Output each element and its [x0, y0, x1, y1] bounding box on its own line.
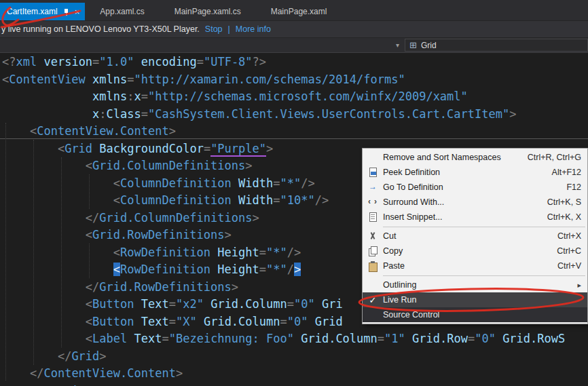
menu-item-paste[interactable]: PasteCtrl+V [363, 258, 587, 273]
member-dropdown-label: Grid [421, 41, 437, 50]
goto-icon [363, 182, 383, 192]
checkmark-icon: ✓ [363, 295, 383, 305]
context-menu: Remove and Sort NamespacesCtrl+R, Ctrl+G… [362, 148, 588, 324]
close-icon[interactable]: × [75, 7, 80, 16]
submenu-arrow-icon: ▸ [577, 281, 581, 290]
code-line[interactable]: </ContentView [0, 383, 588, 386]
code-line[interactable]: </Grid> [0, 348, 588, 366]
tab-mainpage-xaml-cs[interactable]: MainPage.xaml.cs [160, 3, 256, 20]
menu-item-label: Paste [383, 261, 557, 271]
tab-label: CartItem.xaml [7, 7, 58, 16]
menu-item-label: Peek Definition [383, 168, 552, 177]
member-dropdown[interactable]: ⊞ Grid [405, 39, 588, 52]
menu-shortcut: Ctrl+X [557, 231, 581, 241]
more-info-link[interactable]: More info [236, 24, 271, 34]
menu-item-label: Remove and Sort Namespaces [383, 153, 528, 162]
menu-shortcut: Ctrl+V [557, 261, 581, 271]
menu-shortcut: Ctrl+C [557, 246, 581, 256]
code-line[interactable]: <ContentView xmlns="http://xamarin.com/s… [0, 71, 588, 89]
pin-icon[interactable] [63, 7, 70, 16]
menu-separator [383, 227, 585, 227]
menu-shortcut: Alt+F12 [552, 168, 581, 177]
snippet-icon [363, 212, 383, 222]
code-line[interactable]: x:Class="CashSystem.Client.Views.UserCon… [0, 106, 588, 123]
code-line[interactable]: </ContentView.Content> [0, 365, 588, 383]
code-line[interactable]: <Label Text="Bezeichnung: Foo" Grid.Colu… [0, 330, 588, 348]
copy-icon [363, 246, 383, 256]
code-line[interactable]: <?xml version="1.0" encoding="UTF-8"?> [0, 54, 588, 71]
tab-label: App.xaml.cs [100, 7, 144, 16]
paste-icon [363, 261, 383, 271]
navigation-bar: ▾ ⊞ Grid [0, 38, 588, 53]
grid-element-icon: ⊞ [409, 41, 417, 50]
menu-item-source-control[interactable]: Source Control [363, 307, 587, 322]
menu-item-label: Source Control [383, 310, 581, 320]
tab-label: MainPage.xaml.cs [174, 7, 241, 16]
menu-item-peek-definition[interactable]: Peek DefinitionAlt+F12 [363, 165, 587, 180]
menu-item-copy[interactable]: CopyCtrl+C [363, 244, 587, 258]
tab-app-xaml-cs[interactable]: App.xaml.cs [85, 3, 159, 20]
menu-item-label: Live Run [383, 295, 581, 305]
code-line[interactable]: <ContentView.Content> [0, 123, 588, 140]
peek-icon [363, 168, 383, 177]
menu-item-insert-snippet[interactable]: Insert Snippet...Ctrl+K, X [363, 210, 587, 225]
title-tab-bar: CartItem.xaml × App.xaml.cs MainPage.xam… [0, 0, 588, 20]
menu-item-surround-with[interactable]: Surround With...Ctrl+K, S [363, 195, 587, 210]
info-message: y live running on LENOVO Lenovo YT3-X50L… [1, 24, 200, 34]
menu-item-live-run[interactable]: ✓Live Run [363, 292, 587, 307]
menu-shortcut: Ctrl+K, X [547, 212, 581, 222]
type-dropdown[interactable]: ▾ [0, 38, 402, 52]
menu-item-label: Surround With... [383, 197, 547, 207]
debug-info-bar: y live running on LENOVO Lenovo YT3-X50L… [0, 20, 588, 38]
menu-shortcut: F12 [566, 182, 581, 192]
menu-item-label: Outlining [383, 280, 572, 290]
menu-shortcut: Ctrl+R, Ctrl+G [528, 153, 581, 162]
surround-icon [363, 197, 383, 207]
tab-mainpage-xaml[interactable]: MainPage.xaml [256, 3, 342, 20]
stop-link[interactable]: Stop [205, 24, 223, 34]
menu-item-label: Go To Definition [383, 182, 566, 192]
menu-shortcut: Ctrl+K, S [547, 197, 581, 207]
menu-item-cut[interactable]: CutCtrl+X [363, 229, 587, 244]
menu-item-go-to-definition[interactable]: Go To DefinitionF12 [363, 180, 587, 195]
menu-item-label: Copy [383, 246, 557, 256]
menu-item-outlining[interactable]: Outlining▸ [363, 277, 587, 292]
menu-item-label: Cut [383, 231, 557, 241]
tab-cartitem-xaml[interactable]: CartItem.xaml × [0, 3, 85, 20]
tab-label: MainPage.xaml [271, 7, 327, 16]
cut-icon [363, 231, 383, 241]
menu-item-label: Insert Snippet... [383, 212, 547, 222]
link-divider: | [228, 24, 230, 34]
menu-separator [383, 275, 585, 276]
code-line[interactable]: xmlns:x="http://schemas.microsoft.com/wi… [0, 88, 588, 106]
menu-item-remove-and-sort-namespaces[interactable]: Remove and Sort NamespacesCtrl+R, Ctrl+G [363, 150, 587, 165]
chevron-down-icon: ▾ [396, 41, 399, 49]
